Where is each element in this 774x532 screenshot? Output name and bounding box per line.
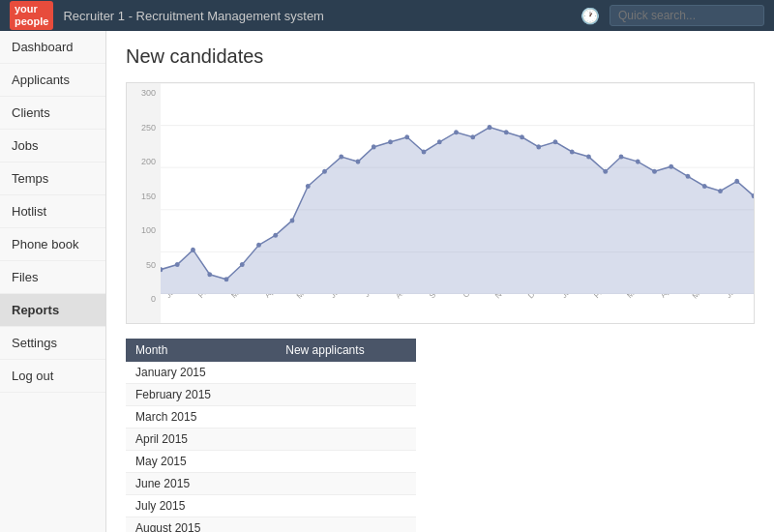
sidebar-item-hotlist[interactable]: Hotlist: [0, 195, 105, 228]
svg-point-42: [734, 179, 739, 184]
table-row: February 2015: [126, 384, 416, 406]
x-axis-label: Feb 15: [194, 294, 223, 303]
svg-point-15: [290, 218, 295, 222]
col-header-month: Month: [126, 339, 276, 362]
svg-point-20: [372, 144, 376, 149]
sidebar-item-clients[interactable]: Clients: [0, 97, 105, 130]
table-row: May 2015: [126, 451, 416, 473]
sidebar-item-jobs[interactable]: Jobs: [0, 130, 105, 163]
month-cell: February 2015: [126, 384, 276, 406]
svg-point-30: [536, 144, 541, 149]
main-container: DashboardApplicantsClientsJobsTempsHotli…: [0, 31, 774, 532]
sidebar-item-files[interactable]: Files: [0, 261, 105, 294]
page-title: New candidates: [126, 45, 755, 68]
count-cell: [276, 362, 416, 384]
svg-point-16: [306, 184, 311, 189]
x-axis-label: Jan 15: [161, 294, 190, 303]
svg-point-9: [191, 248, 195, 252]
table-row: August 2015: [126, 517, 416, 533]
y-axis-label: 300: [129, 88, 156, 98]
y-axis-label: 250: [129, 123, 156, 133]
count-cell: [276, 517, 416, 533]
svg-marker-6: [161, 128, 754, 294]
svg-point-21: [388, 139, 393, 144]
svg-point-41: [718, 189, 723, 193]
sidebar-item-phone-book[interactable]: Phone book: [0, 228, 105, 261]
svg-point-12: [240, 262, 245, 267]
app-logo: your people: [10, 1, 53, 30]
svg-point-37: [652, 169, 657, 174]
content-area: New candidates 300250200150100500: [106, 31, 774, 532]
clock-icon: 🕐: [580, 7, 600, 25]
month-cell: June 2015: [126, 473, 276, 495]
svg-point-32: [570, 149, 575, 154]
month-cell: July 2015: [126, 495, 276, 517]
sidebar-item-reports[interactable]: Reports: [0, 294, 105, 327]
x-axis-label: Apr 15: [259, 294, 288, 303]
app-header: your people Recruiter 1 - Recruitment Ma…: [0, 0, 774, 31]
chart-svg-area: [161, 83, 754, 294]
table-row: March 2015: [126, 406, 416, 429]
month-cell: May 2015: [126, 451, 276, 473]
x-axis-label: Apr 16: [655, 294, 684, 303]
x-axis-label: Nov 15: [491, 294, 520, 303]
y-axis-label: 200: [129, 157, 156, 166]
table-row: April 2015: [126, 429, 416, 451]
monthly-data-table: Month New applicants January 2015Februar…: [126, 339, 416, 532]
svg-point-14: [273, 233, 278, 238]
svg-point-39: [686, 174, 691, 179]
sidebar-item-log-out[interactable]: Log out: [0, 360, 105, 393]
svg-point-19: [356, 160, 361, 164]
sidebar: DashboardApplicantsClientsJobsTempsHotli…: [0, 31, 106, 532]
svg-point-11: [224, 277, 229, 281]
table-row: July 2015: [126, 495, 416, 517]
svg-point-33: [586, 155, 591, 160]
svg-point-35: [619, 155, 624, 160]
svg-point-24: [437, 139, 442, 144]
svg-point-17: [322, 169, 327, 174]
sidebar-item-settings[interactable]: Settings: [0, 327, 105, 360]
svg-point-28: [504, 130, 509, 134]
col-header-applicants: New applicants: [276, 339, 416, 362]
month-cell: March 2015: [126, 406, 276, 429]
count-cell: [276, 473, 416, 495]
svg-point-36: [636, 160, 640, 164]
sidebar-item-applicants[interactable]: Applicants: [0, 64, 105, 97]
x-axis-label: Jan 16: [556, 294, 585, 303]
x-axis-label: Jun 15: [325, 294, 354, 303]
x-axis-label: May 15: [292, 294, 321, 303]
sidebar-item-temps[interactable]: Temps: [0, 163, 105, 195]
table-row: June 2015: [126, 473, 416, 495]
svg-point-34: [603, 169, 608, 174]
quick-search-input[interactable]: [610, 5, 764, 26]
month-cell: April 2015: [126, 429, 276, 451]
count-cell: [276, 495, 416, 517]
svg-point-25: [454, 130, 459, 134]
svg-point-18: [339, 155, 343, 160]
candidates-chart: 300250200150100500: [126, 82, 755, 324]
svg-point-29: [520, 134, 524, 139]
svg-point-10: [207, 272, 212, 277]
svg-point-38: [669, 164, 673, 169]
svg-point-22: [404, 134, 409, 139]
svg-point-26: [470, 134, 475, 139]
x-axis-label: Oct 15: [458, 294, 487, 303]
svg-point-23: [422, 149, 427, 154]
svg-point-27: [488, 125, 492, 130]
count-cell: [276, 384, 416, 406]
x-axis-label: Feb 16: [589, 294, 618, 303]
x-axis-label: Dec 15: [523, 294, 552, 303]
count-cell: [276, 406, 416, 429]
svg-point-40: [702, 184, 707, 189]
x-axis-label: Jun 16: [721, 294, 750, 303]
y-axis-label: 100: [129, 225, 156, 235]
sidebar-item-dashboard[interactable]: Dashboard: [0, 31, 105, 64]
y-axis: 300250200150100500: [127, 83, 161, 323]
chart-line-svg: [161, 83, 754, 294]
svg-point-8: [175, 262, 180, 267]
x-axis: Jan 15Feb 15Mar 15Apr 15May 15Jun 15Jul …: [161, 294, 754, 323]
x-axis-label: Jul 15: [358, 294, 387, 303]
month-cell: January 2015: [126, 362, 276, 384]
y-axis-label: 50: [129, 260, 156, 270]
x-axis-label: Mar 16: [622, 294, 651, 303]
